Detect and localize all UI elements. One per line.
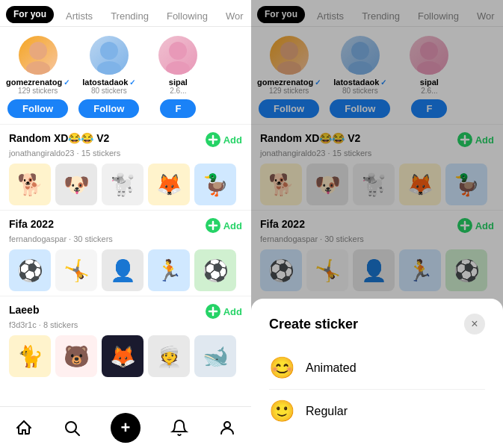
- sticker-thumb: ⚽: [194, 249, 236, 291]
- verified-icon-2: ✓: [129, 78, 135, 87]
- verified-icon-r1: ✓: [315, 78, 321, 87]
- follow-button-3[interactable]: F: [160, 99, 196, 118]
- follow-button-r2[interactable]: Follow: [330, 99, 390, 118]
- sticker-thumb: 🤸: [55, 249, 97, 291]
- stickers-row-3: 🐈 🐻 🦊 👳 🐋: [9, 335, 242, 377]
- add-button-3[interactable]: Add: [206, 304, 242, 319]
- sticker-pack-r2: Fifa 2022Add fernandogaspar · 30 sticker…: [251, 210, 503, 296]
- add-icon-3: [206, 304, 220, 319]
- artist-name-2: latostadaok ✓: [82, 78, 135, 87]
- sticker-pack-1: Random XD😂😂 V2 Add jonathangiraldo23 · 1…: [0, 124, 251, 210]
- svg-point-11: [351, 42, 369, 60]
- bottom-nav-left: +: [0, 406, 251, 448]
- artist-item-2: latostadaok ✓ 80 stickers Follow: [78, 36, 139, 118]
- sticker-thumb: 🦊: [399, 164, 441, 205]
- nav-profile[interactable]: [209, 416, 245, 440]
- svg-point-10: [277, 61, 301, 75]
- pack-meta-3: f3d3r1c · 8 stickers: [9, 320, 242, 329]
- tab-following-right[interactable]: Following: [409, 6, 468, 26]
- svg-point-13: [420, 42, 438, 60]
- artist-item-r1: gomezrenatog ✓ 129 stickers Follow: [257, 36, 321, 118]
- sticker-pack-2: Fifa 2022 Add fernandogaspar · 30 sticke…: [0, 210, 251, 296]
- pack-header-2: Fifa 2022 Add: [9, 218, 242, 233]
- artist-name-3: sipal: [169, 78, 188, 87]
- artist-avatar-3: [158, 36, 197, 75]
- svg-point-1: [26, 61, 50, 75]
- sticker-thumb: ⚽: [260, 249, 302, 291]
- artist-stickers-1: 129 stickers: [18, 87, 58, 95]
- right-panel: For you Artists Trending Following Wor g…: [251, 0, 503, 448]
- tab-for-you-right[interactable]: For you: [257, 6, 305, 23]
- tab-world-right[interactable]: Wor: [468, 6, 503, 26]
- svg-point-14: [417, 61, 441, 75]
- tab-artists-right[interactable]: Artists: [308, 6, 353, 26]
- artist-name-r3: sipal: [420, 78, 439, 87]
- pack-meta-2: fernandogaspar · 30 stickers: [9, 234, 242, 243]
- artist-stickers-3: 2.6...: [170, 87, 186, 95]
- pack-header-1: Random XD😂😂 V2 Add: [9, 132, 242, 147]
- artist-avatar-r3: [410, 36, 448, 75]
- regular-label: Regular: [306, 405, 348, 418]
- close-button[interactable]: ×: [464, 314, 485, 335]
- artists-row-left: gomezrenatog ✓ 129 stickers Follow latos…: [0, 27, 251, 124]
- nav-search[interactable]: [54, 416, 90, 440]
- sticker-thumb: 🏃: [399, 249, 441, 291]
- add-icon-2: [206, 218, 220, 233]
- artist-stickers-r3: 2.6...: [421, 87, 437, 95]
- tab-artists-left[interactable]: Artists: [57, 6, 102, 26]
- pack-title-2: Fifa 2022: [9, 218, 54, 230]
- follow-button-1[interactable]: Follow: [7, 99, 68, 118]
- artist-item: gomezrenatog ✓ 129 stickers Follow: [6, 36, 70, 118]
- artist-avatar-2: [90, 36, 129, 75]
- add-icon-1: [206, 132, 220, 147]
- svg-point-0: [29, 42, 47, 60]
- sticker-thumb: 🐻: [55, 335, 97, 377]
- nav-home[interactable]: [6, 416, 42, 440]
- sticker-thumb: 🦊: [102, 335, 144, 377]
- add-button-1[interactable]: Add: [206, 132, 242, 147]
- tab-trending-right[interactable]: Trending: [353, 6, 409, 26]
- artist-name-1: gomezrenatog ✓: [6, 78, 70, 87]
- sticker-thumb: 🐶: [55, 164, 97, 205]
- left-panel: For you Artists Trending Following Wor g…: [0, 0, 251, 448]
- sticker-thumb: 🐕: [9, 164, 51, 205]
- sticker-thumb: 👤: [102, 249, 144, 291]
- animated-option[interactable]: 😊 Animated: [269, 349, 485, 386]
- artist-item-r3: sipal 2.6... F: [399, 36, 459, 118]
- sticker-thumb: 🐶: [306, 164, 348, 205]
- svg-point-12: [348, 61, 372, 75]
- sticker-thumb: 🏃: [148, 249, 190, 291]
- tab-for-you-left[interactable]: For you: [6, 6, 54, 23]
- follow-button-2[interactable]: Follow: [78, 99, 139, 118]
- pack-meta-1: jonathangiraldo23 · 15 stickers: [9, 149, 242, 158]
- follow-button-r1[interactable]: Follow: [259, 99, 319, 118]
- tab-following-left[interactable]: Following: [158, 6, 217, 26]
- artist-stickers-r2: 80 stickers: [342, 87, 378, 95]
- artist-name-r2: latostadaok ✓: [333, 78, 386, 87]
- animated-icon: 😊: [269, 355, 295, 380]
- svg-point-4: [169, 42, 187, 60]
- svg-point-5: [166, 61, 190, 75]
- pack-title-3: Laeeb: [9, 304, 39, 316]
- nav-notifications[interactable]: [161, 416, 197, 440]
- stickers-row-2: ⚽ 🤸 👤 🏃 ⚽: [9, 249, 242, 291]
- sticker-thumb: 🦆: [445, 164, 487, 205]
- sticker-thumb: 🦆: [194, 164, 236, 205]
- sheet-title: Create sticker: [269, 317, 358, 332]
- sticker-thumb: 🐩: [353, 164, 395, 205]
- animated-label: Animated: [306, 361, 357, 375]
- svg-point-3: [97, 61, 121, 75]
- add-button-2[interactable]: Add: [206, 218, 242, 233]
- stickers-row-1: 🐕 🐶 🐩 🦊 🦆: [9, 164, 242, 205]
- tab-trending-left[interactable]: Trending: [102, 6, 158, 26]
- svg-point-8: [224, 422, 230, 428]
- follow-button-r3[interactable]: F: [411, 99, 447, 118]
- svg-point-2: [100, 42, 118, 60]
- nav-add[interactable]: +: [102, 410, 149, 446]
- sticker-thumb: 🐩: [102, 164, 144, 205]
- sticker-thumb: ⚽: [445, 249, 487, 291]
- tab-world-left[interactable]: Wor: [217, 6, 251, 26]
- sticker-pack-r1: Random XD😂😂 V2Add jonathangiraldo23 · 15…: [251, 124, 503, 210]
- artist-stickers-r1: 129 stickers: [269, 87, 309, 95]
- regular-option[interactable]: 🙂 Regular: [269, 393, 485, 429]
